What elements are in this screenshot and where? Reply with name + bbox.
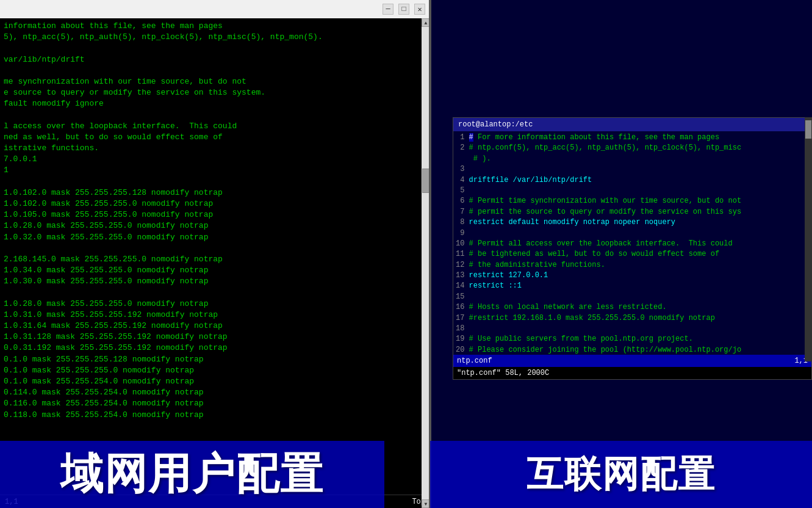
left-terminal[interactable]: — □ ✕ information about this file, see t… [0,0,430,508]
close-button[interactable]: ✕ [414,4,425,15]
vim-titlebar: root@alantop:/etc [453,118,811,131]
vim-terminal[interactable]: root@alantop:/etc 1 # For more informati… [453,117,812,380]
banner-left-text: 域网用户配置 [60,446,324,503]
vim-cmdline-text: "ntp.conf" 58L, 2000C [457,369,549,377]
vim-filename: ntp.conf [457,357,492,365]
terminal-titlebar: — □ ✕ [0,0,430,18]
minimize-button[interactable]: — [383,4,393,15]
vim-cmdline: "ntp.conf" 58L, 2000C [453,367,811,379]
banner-right: 互联网配置 [430,441,812,508]
terminal-content: information about this file, see the man… [0,18,430,495]
panel-divider [429,0,431,508]
maximize-button[interactable]: □ [398,4,409,15]
vim-text: 1 # For more information about this file… [456,132,809,355]
banner-right-text: 互联网配置 [526,450,716,499]
vim-title-text: root@alantop:/etc [458,120,533,129]
banner-left: 域网用户配置 [0,441,384,508]
vim-scrollbar[interactable] [805,117,812,361]
terminal-text: information about this file, see the man… [4,21,426,421]
vim-content: 1 # For more information about this file… [453,131,811,355]
vim-statusbar: ntp.conf 1,1 [453,355,811,367]
vim-scroll-thumb[interactable] [805,120,811,139]
